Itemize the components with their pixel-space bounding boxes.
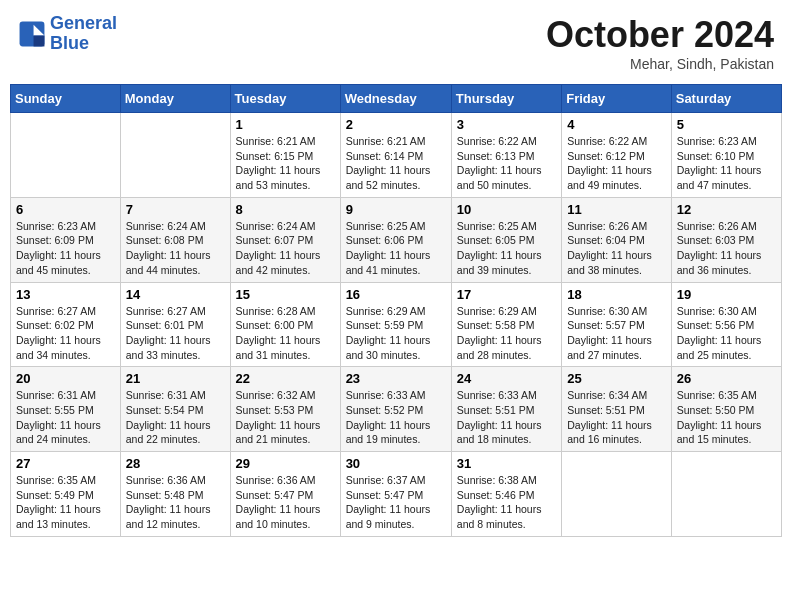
calendar-cell: 11Sunrise: 6:26 AM Sunset: 6:04 PM Dayli… <box>562 197 672 282</box>
day-info: Sunrise: 6:27 AM Sunset: 6:02 PM Dayligh… <box>16 304 115 363</box>
day-info: Sunrise: 6:24 AM Sunset: 6:08 PM Dayligh… <box>126 219 225 278</box>
calendar-cell: 25Sunrise: 6:34 AM Sunset: 5:51 PM Dayli… <box>562 367 672 452</box>
calendar-cell: 16Sunrise: 6:29 AM Sunset: 5:59 PM Dayli… <box>340 282 451 367</box>
day-number: 18 <box>567 287 666 302</box>
day-number: 10 <box>457 202 556 217</box>
day-number: 8 <box>236 202 335 217</box>
calendar-cell: 30Sunrise: 6:37 AM Sunset: 5:47 PM Dayli… <box>340 452 451 537</box>
calendar-cell: 24Sunrise: 6:33 AM Sunset: 5:51 PM Dayli… <box>451 367 561 452</box>
day-number: 20 <box>16 371 115 386</box>
calendar-cell: 8Sunrise: 6:24 AM Sunset: 6:07 PM Daylig… <box>230 197 340 282</box>
day-info: Sunrise: 6:31 AM Sunset: 5:55 PM Dayligh… <box>16 388 115 447</box>
calendar-cell: 3Sunrise: 6:22 AM Sunset: 6:13 PM Daylig… <box>451 113 561 198</box>
day-info: Sunrise: 6:27 AM Sunset: 6:01 PM Dayligh… <box>126 304 225 363</box>
day-info: Sunrise: 6:22 AM Sunset: 6:12 PM Dayligh… <box>567 134 666 193</box>
calendar-week-1: 1Sunrise: 6:21 AM Sunset: 6:15 PM Daylig… <box>11 113 782 198</box>
logo-line1: General <box>50 13 117 33</box>
calendar-cell <box>11 113 121 198</box>
month-title: October 2024 <box>546 14 774 56</box>
day-info: Sunrise: 6:23 AM Sunset: 6:09 PM Dayligh… <box>16 219 115 278</box>
day-number: 7 <box>126 202 225 217</box>
day-number: 27 <box>16 456 115 471</box>
calendar-cell: 27Sunrise: 6:35 AM Sunset: 5:49 PM Dayli… <box>11 452 121 537</box>
day-info: Sunrise: 6:29 AM Sunset: 5:58 PM Dayligh… <box>457 304 556 363</box>
logo-icon <box>18 20 46 48</box>
day-info: Sunrise: 6:28 AM Sunset: 6:00 PM Dayligh… <box>236 304 335 363</box>
calendar-cell: 15Sunrise: 6:28 AM Sunset: 6:00 PM Dayli… <box>230 282 340 367</box>
calendar-cell: 9Sunrise: 6:25 AM Sunset: 6:06 PM Daylig… <box>340 197 451 282</box>
day-number: 6 <box>16 202 115 217</box>
location: Mehar, Sindh, Pakistan <box>546 56 774 72</box>
day-number: 14 <box>126 287 225 302</box>
day-number: 24 <box>457 371 556 386</box>
day-info: Sunrise: 6:33 AM Sunset: 5:51 PM Dayligh… <box>457 388 556 447</box>
calendar-cell: 1Sunrise: 6:21 AM Sunset: 6:15 PM Daylig… <box>230 113 340 198</box>
calendar-cell: 10Sunrise: 6:25 AM Sunset: 6:05 PM Dayli… <box>451 197 561 282</box>
day-info: Sunrise: 6:33 AM Sunset: 5:52 PM Dayligh… <box>346 388 446 447</box>
day-number: 19 <box>677 287 776 302</box>
day-info: Sunrise: 6:21 AM Sunset: 6:14 PM Dayligh… <box>346 134 446 193</box>
day-info: Sunrise: 6:30 AM Sunset: 5:56 PM Dayligh… <box>677 304 776 363</box>
day-number: 15 <box>236 287 335 302</box>
day-info: Sunrise: 6:26 AM Sunset: 6:04 PM Dayligh… <box>567 219 666 278</box>
day-number: 1 <box>236 117 335 132</box>
title-block: October 2024 Mehar, Sindh, Pakistan <box>546 14 774 72</box>
calendar-cell: 21Sunrise: 6:31 AM Sunset: 5:54 PM Dayli… <box>120 367 230 452</box>
day-number: 26 <box>677 371 776 386</box>
day-info: Sunrise: 6:38 AM Sunset: 5:46 PM Dayligh… <box>457 473 556 532</box>
calendar-cell: 18Sunrise: 6:30 AM Sunset: 5:57 PM Dayli… <box>562 282 672 367</box>
day-number: 28 <box>126 456 225 471</box>
day-info: Sunrise: 6:22 AM Sunset: 6:13 PM Dayligh… <box>457 134 556 193</box>
calendar-cell <box>671 452 781 537</box>
calendar-week-4: 20Sunrise: 6:31 AM Sunset: 5:55 PM Dayli… <box>11 367 782 452</box>
day-number: 31 <box>457 456 556 471</box>
day-info: Sunrise: 6:31 AM Sunset: 5:54 PM Dayligh… <box>126 388 225 447</box>
day-info: Sunrise: 6:35 AM Sunset: 5:49 PM Dayligh… <box>16 473 115 532</box>
calendar-body: 1Sunrise: 6:21 AM Sunset: 6:15 PM Daylig… <box>11 113 782 537</box>
logo: General Blue <box>18 14 117 54</box>
day-number: 13 <box>16 287 115 302</box>
day-info: Sunrise: 6:32 AM Sunset: 5:53 PM Dayligh… <box>236 388 335 447</box>
day-number: 3 <box>457 117 556 132</box>
calendar-cell: 23Sunrise: 6:33 AM Sunset: 5:52 PM Dayli… <box>340 367 451 452</box>
calendar-week-3: 13Sunrise: 6:27 AM Sunset: 6:02 PM Dayli… <box>11 282 782 367</box>
day-number: 9 <box>346 202 446 217</box>
weekday-header-saturday: Saturday <box>671 85 781 113</box>
day-number: 16 <box>346 287 446 302</box>
calendar-cell: 31Sunrise: 6:38 AM Sunset: 5:46 PM Dayli… <box>451 452 561 537</box>
calendar-cell <box>120 113 230 198</box>
calendar-cell: 14Sunrise: 6:27 AM Sunset: 6:01 PM Dayli… <box>120 282 230 367</box>
day-number: 29 <box>236 456 335 471</box>
weekday-header-tuesday: Tuesday <box>230 85 340 113</box>
day-number: 12 <box>677 202 776 217</box>
day-number: 25 <box>567 371 666 386</box>
day-info: Sunrise: 6:23 AM Sunset: 6:10 PM Dayligh… <box>677 134 776 193</box>
day-info: Sunrise: 6:25 AM Sunset: 6:05 PM Dayligh… <box>457 219 556 278</box>
logo-line2: Blue <box>50 33 89 53</box>
calendar-cell: 6Sunrise: 6:23 AM Sunset: 6:09 PM Daylig… <box>11 197 121 282</box>
day-number: 4 <box>567 117 666 132</box>
calendar-cell: 26Sunrise: 6:35 AM Sunset: 5:50 PM Dayli… <box>671 367 781 452</box>
day-info: Sunrise: 6:21 AM Sunset: 6:15 PM Dayligh… <box>236 134 335 193</box>
weekday-header-wednesday: Wednesday <box>340 85 451 113</box>
day-number: 5 <box>677 117 776 132</box>
logo-text: General Blue <box>50 14 117 54</box>
day-info: Sunrise: 6:36 AM Sunset: 5:47 PM Dayligh… <box>236 473 335 532</box>
calendar-week-2: 6Sunrise: 6:23 AM Sunset: 6:09 PM Daylig… <box>11 197 782 282</box>
day-info: Sunrise: 6:36 AM Sunset: 5:48 PM Dayligh… <box>126 473 225 532</box>
calendar-cell: 29Sunrise: 6:36 AM Sunset: 5:47 PM Dayli… <box>230 452 340 537</box>
weekday-header-monday: Monday <box>120 85 230 113</box>
day-number: 11 <box>567 202 666 217</box>
calendar-cell: 7Sunrise: 6:24 AM Sunset: 6:08 PM Daylig… <box>120 197 230 282</box>
day-number: 21 <box>126 371 225 386</box>
weekday-header-friday: Friday <box>562 85 672 113</box>
day-info: Sunrise: 6:29 AM Sunset: 5:59 PM Dayligh… <box>346 304 446 363</box>
calendar-cell: 4Sunrise: 6:22 AM Sunset: 6:12 PM Daylig… <box>562 113 672 198</box>
day-number: 2 <box>346 117 446 132</box>
day-number: 17 <box>457 287 556 302</box>
calendar-cell: 13Sunrise: 6:27 AM Sunset: 6:02 PM Dayli… <box>11 282 121 367</box>
weekday-header-thursday: Thursday <box>451 85 561 113</box>
calendar-week-5: 27Sunrise: 6:35 AM Sunset: 5:49 PM Dayli… <box>11 452 782 537</box>
day-info: Sunrise: 6:26 AM Sunset: 6:03 PM Dayligh… <box>677 219 776 278</box>
calendar-header-row: SundayMondayTuesdayWednesdayThursdayFrid… <box>11 85 782 113</box>
